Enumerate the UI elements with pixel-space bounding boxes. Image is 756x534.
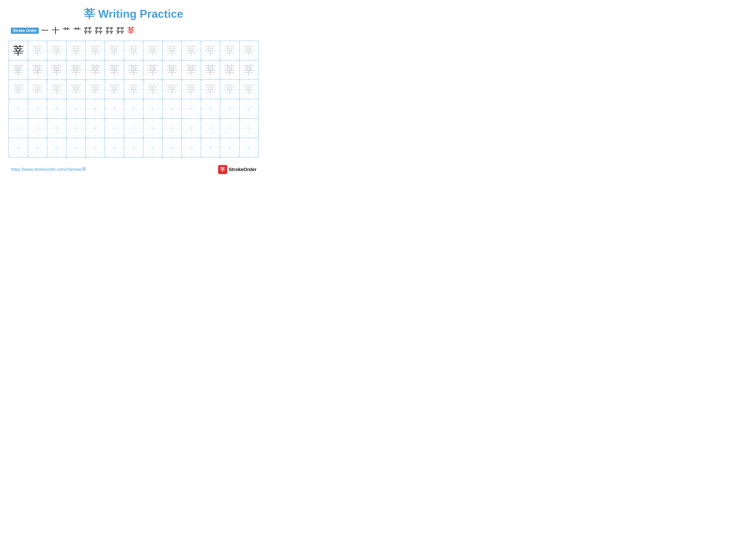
grid-cell-r5-c6[interactable] [105,119,124,138]
grid-row-4 [9,99,258,118]
grid-cell-r4-c4[interactable] [67,99,86,118]
grid-cell-r5-c4[interactable] [67,119,86,138]
grid-cell-r5-c10[interactable] [182,119,201,138]
grid-cell-r3-c6[interactable]: 莘 [105,80,124,99]
grid-cell-r6-c8[interactable] [143,138,162,157]
grid-cell-r3-c10[interactable]: 莘 [182,80,201,99]
grid-cell-r2-c9[interactable]: 莘 [162,60,182,80]
grid-cell-r5-c11[interactable] [201,119,220,138]
grid-cell-r3-c13[interactable]: 莘 [239,80,258,99]
grid-cell-r5-c1[interactable] [9,119,28,138]
grid-cell-r1-c6[interactable]: 莘 [105,41,124,60]
grid-cell-r3-c7[interactable]: 莘 [124,80,143,99]
stroke-6: 茻 [95,25,103,36]
grid-cell-r2-c8[interactable]: 莘 [143,60,162,80]
grid-cell-r4-c10[interactable] [182,99,201,118]
grid-cell-r4-c2[interactable] [28,99,47,118]
grid-cell-r1-c7[interactable]: 莘 [124,41,143,60]
footer-url[interactable]: https://www.strokeorder.com/chinese/莘 [11,166,86,172]
grid-cell-r3-c4[interactable]: 莘 [67,80,86,99]
char-faded: 莘 [109,84,120,95]
grid-cell-r1-c9[interactable]: 莘 [162,41,182,60]
char-faded: 莘 [224,84,235,95]
stroke-chars-container: 一 十 艹 艹 茻 茻 茻 茻 莘 [41,25,135,36]
grid-cell-r3-c5[interactable]: 莘 [86,80,105,99]
grid-cell-r4-c1[interactable] [9,99,28,118]
grid-cell-r1-c11[interactable]: 莘 [201,41,220,60]
grid-cell-r4-c13[interactable] [239,99,258,118]
grid-cell-r2-c13[interactable]: 莘 [239,60,258,80]
grid-cell-r2-c4[interactable]: 莘 [67,60,86,80]
grid-cell-r2-c6[interactable]: 莘 [105,60,124,80]
char-faded: 莘 [147,45,158,56]
grid-cell-r4-c9[interactable] [162,99,182,118]
grid-cell-r3-c8[interactable]: 莘 [143,80,162,99]
grid-cell-r5-c3[interactable] [47,119,67,138]
grid-cell-r4-c8[interactable] [143,99,162,118]
grid-cell-r5-c13[interactable] [239,119,258,138]
grid-cell-r4-c12[interactable] [220,99,239,118]
char-faded: 莘 [51,45,62,56]
char-faded: 莘 [90,45,101,56]
grid-cell-r1-c8[interactable]: 莘 [143,41,162,60]
grid-cell-r3-c2[interactable]: 莘 [28,80,47,99]
char-medium: 莘 [90,64,101,76]
grid-cell-r4-c7[interactable] [124,99,143,118]
grid-cell-r6-c6[interactable] [105,138,124,157]
grid-cell-r3-c3[interactable]: 莘 [47,80,67,99]
grid-cell-r3-c11[interactable]: 莘 [201,80,220,99]
grid-cell-r2-c5[interactable]: 莘 [86,60,105,80]
grid-cell-r4-c6[interactable] [105,99,124,118]
grid-cell-r3-c1[interactable]: 莘 [9,80,28,99]
grid-cell-r5-c7[interactable] [124,119,143,138]
grid-cell-r4-c5[interactable] [86,99,105,118]
grid-cell-r2-c12[interactable]: 莘 [220,60,239,80]
grid-cell-r6-c7[interactable] [124,138,143,157]
page-title-section: 莘 Writing Practice [9,7,258,21]
char-faded: 莘 [186,45,197,56]
grid-cell-r6-c13[interactable] [239,138,258,157]
grid-cell-r2-c7[interactable]: 莘 [124,60,143,80]
grid-cell-r1-c2[interactable]: 莘 [28,41,47,60]
grid-cell-r6-c3[interactable] [47,138,67,157]
grid-cell-r6-c10[interactable] [182,138,201,157]
grid-cell-r2-c2[interactable]: 莘 [28,60,47,80]
grid-cell-r4-c11[interactable] [201,99,220,118]
char-faded: 莘 [32,84,43,95]
grid-cell-r2-c1[interactable]: 莘 [9,60,28,80]
footer-logo-text: StrokeOrder [229,167,256,172]
grid-cell-r2-c10[interactable]: 莘 [182,60,201,80]
grid-cell-r6-c11[interactable] [201,138,220,157]
grid-cell-r5-c2[interactable] [28,119,47,138]
grid-cell-r1-c12[interactable]: 莘 [220,41,239,60]
grid-cell-r1-c13[interactable]: 莘 [239,41,258,60]
grid-cell-r5-c9[interactable] [162,119,182,138]
grid-cell-r6-c5[interactable] [86,138,105,157]
grid-cell-r1-c4[interactable]: 莘 [67,41,86,60]
grid-cell-r3-c12[interactable]: 莘 [220,80,239,99]
grid-cell-r6-c4[interactable] [67,138,86,157]
char-faded: 莘 [166,84,177,95]
grid-cell-r5-c5[interactable] [86,119,105,138]
grid-cell-r1-c3[interactable]: 莘 [47,41,67,60]
grid-cell-r1-c5[interactable]: 莘 [86,41,105,60]
char-faded: 莘 [224,45,235,56]
char-faded: 莘 [205,84,216,95]
grid-cell-r1-c10[interactable]: 莘 [182,41,201,60]
grid-cell-r6-c9[interactable] [162,138,182,157]
grid-cell-r1-c1[interactable]: 莘 [9,41,28,60]
grid-cell-r5-c12[interactable] [220,119,239,138]
char-medium: 莘 [13,64,24,76]
grid-cell-r6-c1[interactable] [9,138,28,157]
grid-cell-r2-c3[interactable]: 莘 [47,60,67,80]
stroke-3: 艹 [63,25,70,36]
char-faded: 莘 [109,45,120,56]
grid-cell-r3-c9[interactable]: 莘 [162,80,182,99]
grid-cell-r5-c8[interactable] [143,119,162,138]
grid-cell-r6-c12[interactable] [220,138,239,157]
char-faded: 莘 [243,84,255,95]
grid-cell-r4-c3[interactable] [47,99,67,118]
grid-cell-r2-c11[interactable]: 莘 [201,60,220,80]
grid-cell-r6-c2[interactable] [28,138,47,157]
char-faded: 莘 [128,84,139,95]
